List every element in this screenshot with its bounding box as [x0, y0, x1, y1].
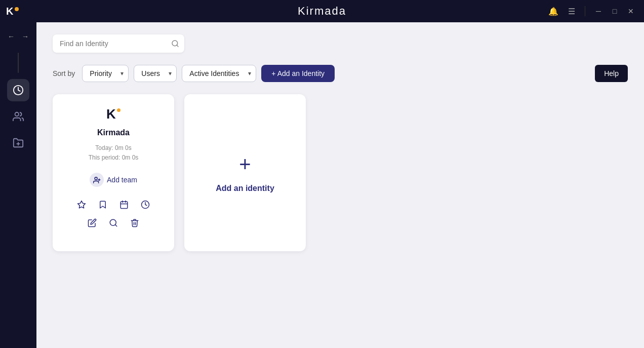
filter-row: Sort by Priority Users Active Identities… — [53, 65, 628, 82]
add-identity-plus-icon: + — [239, 153, 251, 176]
delete-button[interactable] — [128, 216, 141, 229]
identity-card-time: Today: 0m 0s This period: 0m 0s — [89, 143, 139, 163]
menu-button[interactable]: ☰ — [565, 4, 579, 18]
bookmark-button[interactable] — [96, 198, 109, 211]
titlebar-right: 🔔 ☰ ─ □ ✕ — [546, 4, 638, 18]
nav-forward-button[interactable]: → — [19, 30, 31, 43]
titlebar-separator — [585, 6, 585, 16]
sidebar-item-history[interactable] — [7, 79, 29, 101]
nav-arrows: ← → — [5, 30, 31, 43]
identity-card-logo: K — [106, 106, 120, 122]
add-team-svg-icon — [93, 176, 101, 184]
close-button[interactable]: ✕ — [624, 4, 638, 18]
svg-point-1 — [15, 112, 19, 116]
search2-icon — [109, 218, 118, 227]
sidebar: ← → — [0, 22, 36, 348]
svg-rect-10 — [120, 202, 128, 209]
add-identity-card-label: Add an identity — [216, 184, 274, 193]
app-body: ← → — [0, 22, 644, 348]
sidebar-item-users[interactable] — [7, 105, 29, 128]
edit-button[interactable] — [86, 216, 99, 229]
card-logo-letter: K — [106, 106, 116, 122]
add-folder-icon — [13, 137, 24, 148]
bookmark-icon — [98, 200, 107, 209]
card-actions-row2 — [86, 216, 141, 229]
users-select[interactable]: Users — [134, 65, 177, 82]
titlebar-center: Kirmada — [298, 5, 346, 18]
search-bar — [53, 34, 184, 53]
notification-button[interactable]: 🔔 — [546, 4, 560, 18]
main-content: Sort by Priority Users Active Identities… — [36, 22, 644, 348]
add-identity-button[interactable]: + Add an Identity — [261, 65, 335, 82]
calendar-button[interactable] — [117, 198, 131, 211]
sort-label: Sort by — [53, 69, 75, 78]
sidebar-divider — [18, 53, 19, 73]
search-button[interactable] — [171, 40, 179, 48]
trash-icon — [130, 218, 139, 227]
titlebar: K Kirmada 🔔 ☰ ─ □ ✕ — [0, 0, 644, 22]
period-time: This period: 0m 0s — [89, 154, 139, 161]
cards-grid: K Kirmada Today: 0m 0s This period: 0m 0… — [53, 94, 628, 251]
clock-icon — [141, 200, 150, 209]
today-time: Today: 0m 0s — [95, 144, 131, 151]
add-team-label: Add team — [107, 176, 137, 184]
users-select-wrapper: Users — [134, 65, 177, 82]
calendar-icon — [119, 200, 129, 209]
add-identity-card[interactable]: + Add an identity — [184, 94, 306, 251]
add-team-button[interactable]: Add team — [85, 170, 142, 190]
identity-card-name: Kirmada — [97, 128, 130, 137]
priority-select[interactable]: Priority — [82, 65, 129, 82]
app-logo: K — [6, 6, 19, 17]
sidebar-item-add-folder[interactable] — [7, 132, 29, 154]
logo-dot — [15, 7, 19, 11]
priority-select-wrapper: Priority — [82, 65, 129, 82]
star-button[interactable] — [75, 198, 88, 211]
users-icon — [13, 111, 24, 122]
maximize-button[interactable]: □ — [608, 4, 622, 18]
identity-card-kirmada: K Kirmada Today: 0m 0s This period: 0m 0… — [53, 94, 174, 251]
history-icon — [13, 85, 24, 96]
app-title: Kirmada — [298, 5, 346, 17]
active-identities-select[interactable]: Active Identities — [182, 65, 256, 82]
minimize-button[interactable]: ─ — [591, 4, 606, 18]
help-button[interactable]: Help — [595, 65, 628, 82]
window-controls: ─ □ ✕ — [591, 4, 638, 18]
card-actions-row1 — [75, 198, 152, 211]
nav-back-button[interactable]: ← — [5, 30, 17, 43]
star-icon — [77, 200, 86, 209]
search-input[interactable] — [53, 34, 184, 53]
svg-point-6 — [95, 177, 97, 180]
card-logo-dot — [117, 108, 120, 112]
add-team-icon — [90, 173, 104, 187]
svg-line-16 — [115, 225, 116, 226]
search-icon — [171, 40, 179, 48]
logo-letter: K — [6, 6, 13, 17]
svg-marker-9 — [78, 201, 86, 208]
search2-button[interactable] — [107, 216, 120, 229]
clock-button[interactable] — [139, 198, 152, 211]
svg-line-5 — [177, 45, 178, 47]
edit-icon — [88, 218, 97, 227]
active-identities-select-wrapper: Active Identities — [182, 65, 256, 82]
